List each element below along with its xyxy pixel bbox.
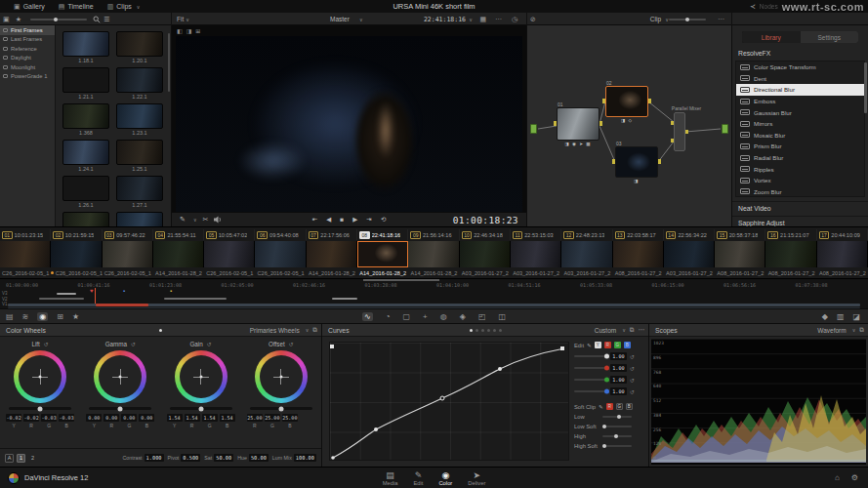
loop-button[interactable]: ⟲ <box>381 216 386 224</box>
clip-name[interactable]: A08_2016-01-27_2 <box>715 270 765 276</box>
slider-track[interactable] <box>574 355 607 357</box>
timeline-clip-thumbnail[interactable] <box>511 241 561 267</box>
reset-icon[interactable]: ↺ <box>289 341 294 347</box>
sizing-icon[interactable]: ◰ <box>478 312 486 321</box>
fx-item[interactable]: Zoom Blur <box>736 186 864 197</box>
master-wheel-slider[interactable] <box>9 407 71 410</box>
fx-item[interactable]: Mosaic Blur <box>736 130 864 142</box>
timeline-clip-thumbnail[interactable] <box>357 241 408 267</box>
fx-item[interactable]: Prism Blur <box>736 141 864 152</box>
clip-name[interactable]: C26_2016-02-05_1 <box>51 270 102 276</box>
gallery-still[interactable]: 1.25.1 <box>116 140 163 172</box>
bypass-grades-icon[interactable]: ⊘ <box>530 16 536 23</box>
memories-icon[interactable]: ★ <box>16 16 21 23</box>
gallery-scrollbar[interactable] <box>168 33 170 92</box>
master-wheel-slider[interactable] <box>170 407 232 410</box>
source-timecode[interactable]: 22:41:18:16 <box>424 16 466 23</box>
gallery-still[interactable]: 1.24.1 <box>62 140 109 172</box>
fx-item[interactable]: Dent <box>736 73 864 85</box>
step-back-button[interactable]: ◀ <box>326 216 331 224</box>
annotate-pen-icon[interactable]: ✎ <box>180 216 186 224</box>
color-wheel-ring[interactable] <box>255 350 308 403</box>
gallery-still[interactable]: 1.22.1 <box>116 67 163 100</box>
stills-view-icon[interactable]: ▣ <box>3 16 10 23</box>
curve-graph[interactable] <box>329 342 569 461</box>
gallery-folder[interactable]: First Frames <box>0 25 55 35</box>
slider-track[interactable] <box>602 416 632 418</box>
clock-icon[interactable]: ◷ <box>512 16 517 23</box>
group-2-button[interactable]: 2 <box>28 454 37 463</box>
blur-icon[interactable]: ◍ <box>440 312 447 321</box>
mini-timeline[interactable]: 01:00:00:0001:00:41:1601:01:23:0801:02:0… <box>0 278 868 308</box>
tab-settings[interactable]: Settings <box>801 31 859 43</box>
fx-scrollbar[interactable] <box>864 62 867 113</box>
timeline-clip-header[interactable]: 12 22:48:23:13 <box>561 229 612 240</box>
reset-icon[interactable]: ↺ <box>630 377 635 384</box>
fx-item[interactable]: Gaussian Blur <box>736 106 864 118</box>
reset-icon[interactable]: ↺ <box>630 353 635 360</box>
field-value[interactable]: 1.000 <box>145 454 164 462</box>
master-dropdown[interactable]: Master <box>330 16 350 22</box>
gallery-still[interactable]: 1.368 <box>62 103 109 136</box>
color-wheel-ring[interactable] <box>14 350 66 403</box>
gallery-folder[interactable]: Last Frames <box>0 35 55 45</box>
reset-icon[interactable]: ↺ <box>44 341 49 347</box>
reset-icon[interactable]: ↺ <box>131 341 136 347</box>
options-icon[interactable]: ⋯ <box>718 16 724 23</box>
page-tab[interactable]: ✎ Edit <box>413 470 423 486</box>
timeline-clip-header[interactable]: 03 09:57:46:22 <box>103 229 153 240</box>
timeline-clip-thumbnail[interactable] <box>0 241 51 267</box>
rgb-mixer-icon[interactable]: ⊞ <box>57 312 63 321</box>
timeline-clip-header[interactable]: 11 22:53:15:03 <box>511 229 561 240</box>
clip-name[interactable]: A14_2016-01-28_2 <box>307 270 357 276</box>
clip-name[interactable]: A08_2016-01-27_2 <box>613 270 664 276</box>
clip-name[interactable]: A08_2016-01-27_2 <box>765 270 816 276</box>
timeline-clip-header[interactable]: 04 21:55:54:11 <box>153 229 204 240</box>
fx-item[interactable]: Ripples <box>736 163 864 175</box>
timeline-clip-header[interactable]: 16 21:15:21:07 <box>765 229 816 240</box>
group-1-button[interactable]: 1 <box>17 454 25 463</box>
clip-name[interactable]: A03_2016-01-27_2 <box>664 270 715 276</box>
fx-item[interactable]: Directional Blur <box>736 84 864 96</box>
expand-icon[interactable]: ⧉ <box>630 326 635 334</box>
timeline-clip-header[interactable]: 05 10:05:47:02 <box>204 229 255 240</box>
node-graph-panel[interactable]: 01 ◨ ◉ ➤ ▦ 02 ◨ ◇ 03 ◨ Parallel Mixer <box>527 25 732 226</box>
timeline-clip-header[interactable]: 13 22:03:58:17 <box>613 229 664 240</box>
timeline-clip-thumbnail[interactable] <box>153 241 204 267</box>
fx-item[interactable]: Vortex <box>736 175 864 186</box>
node-view-dropdown[interactable]: Clip <box>650 16 661 22</box>
camera-raw-icon[interactable]: ▤ <box>6 312 14 321</box>
go-to-end-button[interactable]: ⇥ <box>366 216 371 224</box>
clip-name[interactable]: A14_2016-01-28_2 <box>408 270 459 276</box>
scopes-icon[interactable]: ▥ <box>837 312 845 321</box>
parallel-mixer-node[interactable]: Parallel Mixer <box>674 112 685 151</box>
field-value[interactable]: 100.00 <box>294 454 316 462</box>
gallery-still[interactable]: 1.21.1 <box>62 67 109 100</box>
color-wheels-icon[interactable]: ◉ <box>37 312 48 321</box>
blue-marker-icon[interactable]: ▪ <box>123 288 125 294</box>
slider-track[interactable] <box>602 426 632 427</box>
clip-name[interactable]: A14_2016-01-28_2 <box>357 270 408 276</box>
channel-r-button[interactable]: R <box>604 342 611 348</box>
options-icon[interactable]: ⋯ <box>639 326 645 334</box>
timeline-clip-header[interactable]: 08 22:41:18:16 <box>357 229 408 240</box>
qualifier-icon[interactable]: ◔ <box>386 312 391 321</box>
slider-track[interactable] <box>574 367 607 369</box>
heart-marker-icon[interactable]: ♥ <box>90 288 94 294</box>
clip-name[interactable]: C26_2016-02-05_1 <box>255 270 306 276</box>
section-neat-video[interactable]: Neat Video <box>738 205 771 212</box>
audio-mute-icon[interactable] <box>214 216 223 224</box>
corrector-node-01[interactable]: 01 ◨ ◉ ➤ ▦ <box>557 107 599 141</box>
viewer-image[interactable] <box>176 36 522 212</box>
timeline-clip-header[interactable]: 15 20:58:37:18 <box>715 229 765 240</box>
list-view-icon[interactable]: ☰ <box>103 16 109 23</box>
gallery-still[interactable]: 1.18.1 <box>62 31 109 63</box>
fx-item[interactable]: Mirrors <box>736 118 864 130</box>
reset-icon[interactable]: ↺ <box>207 341 212 347</box>
clip-name[interactable]: C26_2016-02-05_1 <box>103 270 153 276</box>
slider-track[interactable] <box>574 390 607 392</box>
slider-value[interactable]: 1.00 <box>610 387 627 395</box>
fx-item[interactable]: Color Space Transform <box>736 61 864 73</box>
power-window-icon[interactable]: ▢ <box>403 312 411 321</box>
play-button[interactable]: ▶ <box>352 216 357 224</box>
